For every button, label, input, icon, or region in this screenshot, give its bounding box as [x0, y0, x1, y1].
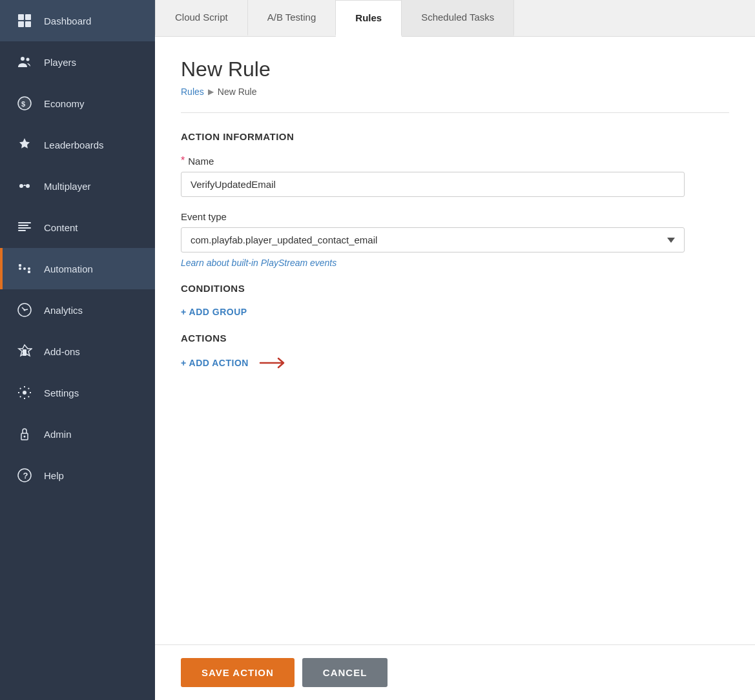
svg-point-4 [21, 57, 25, 61]
event-type-label: Event type [181, 211, 729, 222]
breadcrumb-current: New Rule [218, 87, 257, 97]
svg-rect-0 [18, 14, 24, 20]
content-icon [16, 218, 34, 236]
sidebar-label-automation: Automation [44, 263, 93, 274]
sidebar-label-dashboard: Dashboard [44, 15, 91, 26]
action-buttons-bar: SAVE ACTION CANCEL [155, 644, 755, 700]
analytics-icon [16, 301, 34, 319]
sidebar-item-multiplayer[interactable]: Multiplayer [0, 165, 155, 207]
svg-point-18 [23, 391, 26, 395]
page-title: New Rule [181, 57, 729, 81]
svg-rect-17 [23, 349, 26, 356]
sidebar-item-players[interactable]: Players [0, 41, 155, 83]
name-field-label: * Name [181, 155, 729, 167]
main-content: Cloud Script A/B Testing Rules Scheduled… [155, 0, 755, 700]
sidebar-label-addons: Add-ons [44, 346, 80, 357]
sidebar-label-content: Content [44, 222, 78, 233]
add-group-button[interactable]: + ADD GROUP [181, 307, 729, 317]
svg-point-10 [19, 267, 21, 270]
svg-point-12 [28, 267, 30, 270]
svg-rect-13 [19, 264, 21, 267]
multiplayer-icon [16, 177, 34, 195]
svg-text:?: ? [23, 471, 28, 480]
add-action-row: + ADD ACTION [181, 356, 729, 369]
breadcrumb-separator: ▶ [208, 87, 214, 96]
sidebar-label-admin: Admin [44, 429, 72, 440]
sidebar-label-economy: Economy [44, 98, 85, 109]
sidebar-item-help[interactable]: ? Help [0, 455, 155, 496]
svg-text:$: $ [21, 100, 25, 108]
required-indicator: * [181, 155, 185, 167]
name-label-text: Name [188, 156, 214, 167]
event-type-select[interactable]: com.playfab.player_updated_contact_email… [181, 227, 685, 252]
breadcrumb-parent[interactable]: Rules [181, 87, 204, 97]
add-action-button[interactable]: + ADD ACTION [181, 358, 249, 368]
economy-icon: $ [16, 94, 34, 112]
event-type-field-group: Event type com.playfab.player_updated_co… [181, 211, 729, 269]
svg-rect-14 [28, 271, 30, 273]
save-action-button[interactable]: SAVE ACTION [181, 658, 295, 687]
svg-point-11 [23, 267, 26, 270]
event-type-select-wrapper: com.playfab.player_updated_contact_email… [181, 227, 685, 252]
sidebar-label-settings: Settings [44, 387, 79, 398]
sidebar-item-addons[interactable]: Add-ons [0, 331, 155, 372]
section-heading-actions: ACTIONS [181, 333, 729, 344]
leaderboards-icon [16, 136, 34, 154]
svg-point-20 [24, 436, 26, 438]
automation-icon [16, 260, 34, 278]
sidebar: Dashboard Players $ Economy Leaderboards… [0, 0, 155, 700]
svg-point-16 [24, 309, 26, 311]
tab-rules[interactable]: Rules [336, 0, 402, 37]
svg-rect-2 [18, 21, 24, 27]
sidebar-item-admin[interactable]: Admin [0, 413, 155, 455]
svg-rect-1 [25, 14, 31, 20]
page-body: New Rule Rules ▶ New Rule ACTION INFORMA… [155, 37, 755, 644]
tab-ab-testing[interactable]: A/B Testing [248, 0, 336, 36]
sidebar-item-dashboard[interactable]: Dashboard [0, 0, 155, 41]
admin-icon [16, 425, 34, 443]
svg-point-9 [26, 184, 30, 188]
breadcrumb: Rules ▶ New Rule [181, 87, 729, 97]
sidebar-item-automation[interactable]: Automation [0, 248, 155, 289]
learn-link[interactable]: Learn about built-in PlayStream events [181, 258, 336, 268]
players-icon [16, 53, 34, 71]
name-field-group: * Name [181, 155, 729, 197]
sidebar-label-analytics: Analytics [44, 305, 83, 316]
sidebar-item-analytics[interactable]: Analytics [0, 289, 155, 331]
tabs-bar: Cloud Script A/B Testing Rules Scheduled… [155, 0, 755, 37]
sidebar-label-help: Help [44, 470, 64, 481]
section-heading-conditions: CONDITIONS [181, 283, 729, 294]
sidebar-item-leaderboards[interactable]: Leaderboards [0, 124, 155, 165]
svg-point-8 [19, 184, 23, 188]
section-heading-action-info: ACTION INFORMATION [181, 131, 729, 142]
sidebar-label-leaderboards: Leaderboards [44, 139, 104, 150]
sidebar-item-content[interactable]: Content [0, 207, 155, 248]
svg-rect-3 [25, 21, 31, 27]
cancel-button[interactable]: CANCEL [302, 658, 388, 687]
arrow-indicator [259, 356, 290, 369]
tab-scheduled-tasks[interactable]: Scheduled Tasks [402, 0, 514, 36]
dashboard-icon [16, 12, 34, 30]
sidebar-label-multiplayer: Multiplayer [44, 181, 91, 192]
settings-icon [16, 384, 34, 402]
name-input[interactable] [181, 172, 685, 197]
sidebar-item-settings[interactable]: Settings [0, 372, 155, 413]
addons-icon [16, 342, 34, 360]
section-divider [181, 112, 729, 113]
sidebar-item-economy[interactable]: $ Economy [0, 83, 155, 124]
help-icon: ? [16, 466, 34, 484]
tab-cloud-script[interactable]: Cloud Script [155, 0, 248, 36]
sidebar-label-players: Players [44, 57, 76, 68]
svg-point-5 [26, 58, 30, 61]
